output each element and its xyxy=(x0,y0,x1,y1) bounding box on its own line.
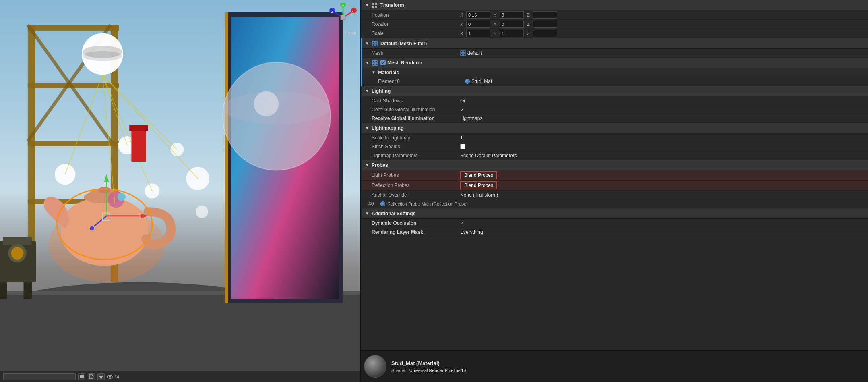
svg-rect-67 xyxy=(80,375,84,376)
svg-marker-21 xyxy=(104,174,109,182)
additional-settings-collapse: ▼ xyxy=(365,211,369,216)
scale-x-input[interactable] xyxy=(466,30,490,37)
additional-settings-header[interactable]: ▼ Additional Settings xyxy=(362,208,868,219)
lightmap-params-value: Scene Default Parameters xyxy=(460,153,862,158)
mesh-filter-title: Default (Mesh Filter) xyxy=(380,41,427,46)
position-y-field: Y xyxy=(494,11,524,19)
position-z-input[interactable] xyxy=(533,11,557,19)
cast-shadows-row: Cast Shadows On xyxy=(362,96,868,105)
material-preview: Stud_Mat (Material) Shader Universal Ren… xyxy=(361,350,868,382)
position-row: Position X Y Z xyxy=(362,10,868,20)
mesh-renderer-collapse: ▼ xyxy=(365,60,369,65)
lighting-section: ▼ Lighting Cast Shadows On Contribute Gl… xyxy=(361,86,868,123)
receive-gi-value: Lightmaps xyxy=(460,116,862,121)
svg-rect-66 xyxy=(341,15,345,20)
svg-rect-80 xyxy=(372,44,374,46)
svg-line-40 xyxy=(65,75,103,174)
transform-section: ▼ Transform Position X Y xyxy=(361,0,868,38)
svg-rect-69 xyxy=(80,377,84,378)
transform-collapse-arrow: ▼ xyxy=(365,3,369,7)
svg-point-55 xyxy=(254,91,279,116)
lighting-title: Lighting xyxy=(372,88,391,94)
cast-shadows-label: Cast Shadows xyxy=(372,98,460,104)
scale-y-field: Y xyxy=(494,30,524,37)
anchor-override-row: Anchor Override None (Transform) xyxy=(362,191,868,199)
search-input[interactable] xyxy=(3,373,76,380)
viewport-canvas[interactable]: X Y Z Persp xyxy=(0,0,360,382)
rotation-label: Rotation xyxy=(372,21,460,27)
light-probes-row: Light Probes Blend Probes xyxy=(362,170,868,181)
rotation-y-field: Y xyxy=(494,21,524,28)
rendering-layer-label: Rendering Layer Mask xyxy=(372,229,460,235)
tag-button[interactable] xyxy=(88,373,95,380)
rotation-z-input[interactable] xyxy=(533,21,557,28)
contrib-gi-value: ✓ xyxy=(460,106,465,112)
rotation-y-input[interactable] xyxy=(500,21,524,28)
lightmapping-header[interactable]: ▼ Lightmapping xyxy=(362,123,868,133)
svg-text:Z: Z xyxy=(331,10,333,14)
material-dot xyxy=(465,79,470,84)
position-y-input[interactable] xyxy=(500,11,524,19)
scale-z-input[interactable] xyxy=(533,30,557,37)
svg-rect-74 xyxy=(372,3,374,5)
svg-rect-83 xyxy=(463,51,465,53)
mesh-renderer-checkbox[interactable] xyxy=(380,60,386,65)
mesh-renderer-icon xyxy=(372,60,378,66)
svg-rect-13 xyxy=(225,12,228,303)
dynamic-occlusion-label: Dynamic Occlusion xyxy=(372,220,460,226)
svg-rect-52 xyxy=(129,125,148,131)
svg-text:X: X xyxy=(351,10,354,14)
additional-settings-section: ▼ Additional Settings Dynamic Occlusion … xyxy=(361,208,868,237)
mesh-renderer-header[interactable]: ▼ Mesh Renderer xyxy=(362,58,868,68)
receive-gi-label: Receive Global Illumination xyxy=(372,116,460,121)
element0-label-group: Element 0 xyxy=(376,79,465,84)
scene-viewport xyxy=(0,0,360,382)
eye-icon xyxy=(107,374,113,379)
svg-rect-76 xyxy=(372,6,374,8)
svg-rect-7 xyxy=(28,141,119,146)
mesh-grid-icon xyxy=(460,50,466,56)
dynamic-occlusion-row: Dynamic Occlusion ✓ xyxy=(362,219,868,228)
svg-point-35 xyxy=(196,206,208,218)
svg-point-25 xyxy=(90,226,94,230)
svg-rect-84 xyxy=(461,54,463,56)
svg-point-48 xyxy=(11,247,24,260)
viewport-panel: X Y Z Persp xyxy=(0,0,360,382)
cast-shadows-value: On xyxy=(460,98,862,104)
transform-header[interactable]: ▼ Transform xyxy=(362,0,868,10)
element0-label: Element 0 xyxy=(378,79,467,84)
layers-button[interactable] xyxy=(78,373,85,380)
svg-rect-82 xyxy=(461,51,463,53)
rot-x-axis: X xyxy=(460,22,465,27)
mesh-renderer-title: Mesh Renderer xyxy=(387,60,422,66)
svg-text:Y: Y xyxy=(342,4,344,8)
scale-in-lightmap-row: Scale In Lightmap 1 xyxy=(362,133,868,142)
svg-rect-87 xyxy=(375,60,377,62)
lightmap-params-row: Lightmap Parameters Scene Default Parame… xyxy=(362,151,868,160)
materials-collapse: ▼ xyxy=(372,70,376,75)
lightmapping-collapse: ▼ xyxy=(365,126,369,130)
persp-label: Persp xyxy=(345,30,356,35)
mesh-filter-header[interactable]: ▼ Default (Mesh Filter) xyxy=(362,38,868,49)
scale-y-input[interactable] xyxy=(500,30,524,37)
position-x-input[interactable] xyxy=(466,11,490,19)
inspector-scroll[interactable]: ▼ Transform Position X Y xyxy=(361,0,868,350)
probes-header[interactable]: ▼ Probes xyxy=(362,160,868,170)
rotation-x-input[interactable] xyxy=(466,21,490,28)
stitch-seams-checkbox[interactable] xyxy=(460,144,465,149)
stitch-seams-label: Stitch Seams xyxy=(372,144,460,149)
material-shader: Shader Universal Render Pipeline/Lit xyxy=(391,368,467,373)
star-button[interactable] xyxy=(97,373,105,380)
scale-row: Scale X Y Z xyxy=(362,29,868,38)
rot-y-axis: Y xyxy=(494,22,498,27)
mesh-filter-section: ▼ Default (Mesh Filter) Mesh xyxy=(361,38,868,58)
svg-point-19 xyxy=(98,187,111,193)
rotation-fields: X Y Z xyxy=(460,21,862,28)
scale-label: Scale xyxy=(372,31,460,36)
scale-in-lightmap-label: Scale In Lightmap xyxy=(372,135,460,141)
lighting-header[interactable]: ▼ Lighting xyxy=(362,86,868,96)
scale-y-axis: Y xyxy=(494,31,498,36)
lightmapping-section: ▼ Lightmapping Scale In Lightmap 1 Stitc… xyxy=(361,123,868,160)
reflection-probes-row: Reflection Probes Blend Probes xyxy=(362,181,868,191)
svg-rect-79 xyxy=(375,41,377,43)
